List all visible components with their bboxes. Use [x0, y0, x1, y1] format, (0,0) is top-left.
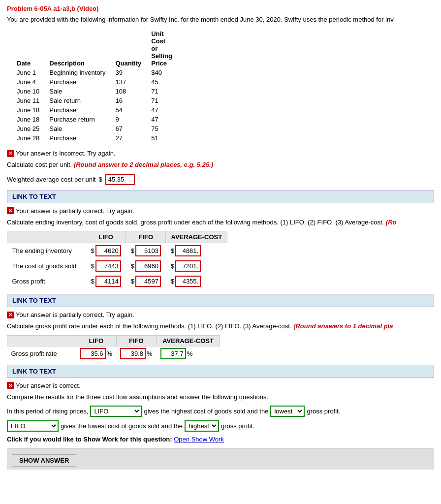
s3-blank-header — [7, 335, 76, 346]
line2-post: gross profit. — [221, 420, 254, 432]
s2-row-label-0: The ending inventory — [7, 243, 86, 259]
gpr-avg-cell: % — [157, 346, 220, 361]
dropdown-lowest[interactable]: lowest highest — [270, 406, 305, 417]
error-icon-2: ✕ — [7, 207, 14, 214]
table-row: June 1 Beginning inventory 39 $40 — [12, 68, 177, 77]
show-answer-button[interactable]: SHOW ANSWER — [12, 454, 76, 467]
s2-lifo-input-1[interactable] — [95, 260, 121, 272]
wavg-input[interactable] — [105, 174, 135, 185]
table-row: June 18 Purchase return 9 47 — [12, 115, 177, 124]
gpr-fifo-input[interactable] — [120, 348, 146, 359]
section3: ✕ Your answer is partially correct. Try … — [7, 311, 434, 378]
section1-round-note: (Round answer to 2 decimal places, e.g. … — [74, 161, 213, 168]
cell-price: 45 — [146, 77, 177, 87]
s2-avg-cell-0: $ — [166, 243, 227, 259]
table-row: June 18 Purchase 54 47 — [12, 105, 177, 115]
table-row: June 28 Purchase 27 51 — [12, 133, 177, 143]
dollar-fifo-1: $ — [131, 262, 134, 270]
section1-error: ✕ Your answer is incorrect. Try again. — [7, 150, 434, 157]
section1: ✕ Your answer is incorrect. Try again. C… — [7, 150, 434, 203]
cell-qty: 39 — [110, 68, 146, 77]
cell-price: 71 — [146, 87, 177, 96]
gpr-lifo-input[interactable] — [80, 348, 106, 359]
dropdown-highest[interactable]: highest lowest — [185, 420, 219, 432]
gpr-label: Gross profit rate — [7, 346, 76, 361]
gpr-row: Gross profit rate % % — [7, 346, 220, 361]
cell-date: June 28 — [12, 133, 44, 143]
s2-fifo-input-1[interactable] — [135, 260, 161, 272]
s2-lifo-cell-2: $ — [86, 274, 126, 289]
s2-lifo-input-0[interactable] — [95, 245, 121, 256]
gpr-avg-pct: % — [187, 350, 193, 357]
wavg-label: Weighted-average cost per unit — [7, 176, 95, 183]
gpr-fifo-cell: % — [116, 346, 157, 361]
section2-error: ✕ Your answer is partially correct. Try … — [7, 207, 434, 215]
cell-date: June 18 — [12, 105, 44, 115]
col-qty: Quantity — [110, 29, 146, 68]
cell-date: June 11 — [12, 96, 44, 105]
section1-inst-text: Calculate cost per unit. — [7, 161, 72, 168]
s2-fifo-header: FIFO — [126, 231, 166, 243]
s2-avg-input-2[interactable] — [175, 276, 201, 287]
cell-date: June 18 — [12, 115, 44, 124]
section2-inst-text: Calculate ending inventory, cost of good… — [7, 219, 384, 226]
col-date: Date — [12, 29, 44, 68]
cell-desc: Sale — [44, 87, 110, 96]
section2-table: LIFO FIFO AVERAGE-COST The ending invent… — [7, 231, 227, 289]
s2-row-label-2: Gross profit — [7, 274, 86, 289]
s2-fifo-input-0[interactable] — [135, 245, 161, 256]
show-work-line: Click if you would like to Show Work for… — [7, 436, 434, 443]
table-row: June 10 Sale 108 71 — [12, 87, 177, 96]
s2-avg-input-1[interactable] — [175, 260, 201, 272]
show-work-link[interactable]: Open Show Work — [174, 436, 224, 443]
table-row: June 25 Sale 67 75 — [12, 124, 177, 133]
section3-inst-text: Calculate gross profit rate under each o… — [7, 322, 292, 330]
link-to-text-1[interactable]: LINK TO TEXT — [7, 190, 434, 203]
dollar-sign-1: $ — [98, 176, 102, 183]
compare-text: Compare the results for the three cost f… — [7, 392, 434, 402]
cell-desc: Purchase — [44, 105, 110, 115]
gpr-lifo-cell: % — [76, 346, 117, 361]
s2-lifo-input-2[interactable] — [95, 276, 121, 287]
cell-desc: Sale return — [44, 96, 110, 105]
s2-fifo-input-2[interactable] — [135, 276, 161, 287]
table-row: June 4 Purchase 137 45 — [12, 77, 177, 87]
s2-fifo-cell-2: $ — [126, 274, 166, 289]
dollar-avg-2: $ — [171, 278, 174, 285]
link-to-text-3[interactable]: LINK TO TEXT — [7, 365, 434, 378]
link-to-text-2[interactable]: LINK TO TEXT — [7, 294, 434, 307]
section4-correct-text: Your answer is correct. — [16, 382, 81, 389]
section3-table: LIFO FIFO AVERAGE-COST Gross profit rate… — [7, 335, 220, 361]
s2-lifo-header: LIFO — [86, 231, 126, 243]
s2-avg-header: AVERAGE-COST — [166, 231, 227, 243]
section1-instruction: Calculate cost per unit. (Round answer t… — [7, 160, 434, 170]
section3-round-note: (Round answers to 1 decimal pla — [293, 322, 393, 330]
dollar-avg-1: $ — [171, 262, 174, 270]
bottom-bar: SHOW ANSWER — [7, 448, 434, 470]
dollar-lifo-1: $ — [91, 262, 94, 270]
cell-qty: 9 — [110, 115, 146, 124]
cell-qty: 108 — [110, 87, 146, 96]
gpr-avg-input[interactable] — [160, 348, 186, 359]
cell-price: 47 — [146, 105, 177, 115]
dropdown-lifo[interactable]: LIFO FIFO Average-cost — [90, 406, 142, 417]
cell-qty: 27 — [110, 133, 146, 143]
cell-qty: 67 — [110, 124, 146, 133]
s2-avg-cell-1: $ — [166, 258, 227, 274]
cell-price: 47 — [146, 115, 177, 124]
cell-price: 51 — [146, 133, 177, 143]
cell-desc: Purchase return — [44, 115, 110, 124]
cell-date: June 4 — [12, 77, 44, 87]
dollar-fifo-0: $ — [131, 247, 134, 254]
dollar-fifo-2: $ — [131, 278, 134, 285]
dropdown-fifo[interactable]: FIFO LIFO Average-cost — [7, 420, 59, 432]
section3-instruction: Calculate gross profit rate under each o… — [7, 321, 434, 331]
s2-row-label-1: The cost of goods sold — [7, 258, 86, 274]
cell-qty: 16 — [110, 96, 146, 105]
s2-avg-input-0[interactable] — [175, 245, 201, 256]
col-price: UnitCostorSellingPrice — [146, 29, 177, 68]
s3-lifo-header: LIFO — [76, 335, 117, 346]
cell-desc: Sale — [44, 124, 110, 133]
problem-title: Problem 6-05A a1-a3,b (Video) — [7, 5, 434, 12]
table-row: June 11 Sale return 16 71 — [12, 96, 177, 105]
